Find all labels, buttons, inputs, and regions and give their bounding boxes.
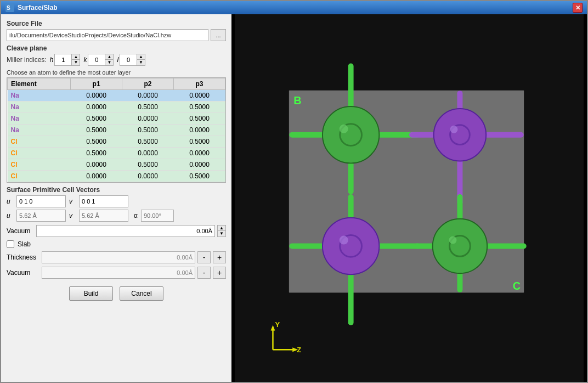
table-row[interactable]: Cl 0.0000 0.5000 0.0000 — [8, 159, 225, 171]
build-button[interactable]: Build — [69, 286, 113, 301]
v-mag-label: v — [69, 212, 76, 219]
scene-view: B C — [231, 14, 587, 382]
cell-p3: 0.5000 — [174, 136, 225, 148]
miller-h-spinners: ▲ ▼ — [71, 54, 80, 65]
main-window: S Surface/Slab ✕ Source File ... Cleave … — [0, 0, 588, 383]
miller-h-group: h ▲ ▼ — [50, 54, 81, 66]
u-mag-input — [16, 210, 66, 222]
table-row[interactable]: Cl 0.5000 0.0000 0.0000 — [8, 148, 225, 159]
vacuum-spinners: ▲ ▼ — [217, 225, 226, 237]
miller-h-down[interactable]: ▼ — [72, 60, 80, 65]
vacuum2-input[interactable] — [42, 267, 195, 279]
cell-p1: 0.5000 — [71, 148, 122, 159]
miller-row: Miller indices: h ▲ ▼ k — [7, 54, 226, 66]
table-row[interactable]: Na 0.0000 0.0000 0.0000 — [8, 90, 225, 102]
svg-point-19 — [434, 109, 486, 161]
col-p1: p1 — [71, 78, 122, 90]
title-bar: S Surface/Slab ✕ — [1, 1, 587, 14]
cell-p2: 0.0000 — [122, 148, 174, 159]
primitive-cell-inputs: u v u v α — [7, 195, 226, 222]
svg-text:Z: Z — [297, 346, 301, 354]
cell-p3: 0.5000 — [174, 102, 225, 113]
table-row[interactable]: Na 0.5000 0.5000 0.0000 — [8, 125, 225, 136]
cell-p3: 0.5000 — [174, 113, 225, 125]
atom-layer-section: Choose an atom to define the most outer … — [7, 69, 226, 183]
button-row: Build Cancel — [7, 286, 226, 301]
u-mag-label: u — [7, 212, 13, 219]
cell-element: Na — [8, 125, 71, 136]
cell-element: Cl — [8, 171, 71, 182]
cell-p2: 0.0000 — [122, 171, 174, 182]
v-mag-input — [79, 210, 128, 222]
table-row[interactable]: Na 0.0000 0.5000 0.5000 — [8, 102, 225, 113]
source-file-row: ... — [7, 29, 226, 41]
miller-l-spinners: ▲ ▼ — [137, 54, 145, 65]
close-button[interactable]: ✕ — [573, 3, 583, 13]
thickness-plus[interactable]: + — [213, 251, 226, 263]
atom-table-container[interactable]: Element p1 p2 p3 Na 0.0000 0.0000 0.0000… — [7, 77, 226, 183]
cell-p1: 0.5000 — [71, 136, 122, 148]
miller-h-input-container: ▲ ▼ — [54, 54, 80, 66]
slab-label: Slab — [18, 240, 31, 248]
cell-element: Cl — [8, 159, 71, 171]
thickness-label: Thickness — [7, 254, 39, 261]
miller-k-group: k ▲ ▼ — [83, 54, 114, 66]
vacuum2-minus[interactable]: - — [197, 267, 211, 279]
thickness-minus[interactable]: - — [197, 251, 211, 263]
svg-point-24 — [340, 236, 348, 245]
primitive-cell-section: Surface Primitive Cell Vectors u v u v α — [7, 186, 226, 222]
miller-l-input[interactable] — [120, 54, 137, 65]
miller-h-input[interactable] — [55, 54, 71, 65]
main-content: Source File ... Cleave plane Miller indi… — [1, 14, 587, 382]
table-row[interactable]: Cl 0.0000 0.0000 0.5000 — [8, 171, 225, 182]
cleave-plane-label: Cleave plane — [7, 44, 226, 52]
cell-p2: 0.5000 — [122, 159, 174, 171]
col-element: Element — [8, 78, 71, 90]
table-row[interactable]: Na 0.5000 0.0000 0.5000 — [8, 113, 225, 125]
source-file-section: Source File ... — [7, 20, 226, 41]
miller-l-down[interactable]: ▼ — [137, 60, 145, 65]
vacuum2-label: Vacuum — [7, 269, 39, 277]
svg-point-22 — [323, 218, 379, 274]
atom-layer-label: Choose an atom to define the most outer … — [7, 69, 226, 76]
svg-text:Y: Y — [275, 320, 280, 329]
alpha-label: α — [134, 212, 138, 219]
thickness-input[interactable] — [42, 251, 195, 263]
thickness-row: Thickness - + — [7, 251, 226, 263]
miller-k-up[interactable]: ▲ — [105, 54, 113, 60]
cancel-button[interactable]: Cancel — [120, 286, 163, 301]
vacuum-down[interactable]: ▼ — [218, 231, 225, 236]
miller-h-up[interactable]: ▲ — [72, 54, 80, 60]
miller-k-input[interactable] — [88, 54, 105, 65]
miller-l-up[interactable]: ▲ — [137, 54, 145, 60]
cell-element: Cl — [8, 136, 71, 148]
svg-point-18 — [340, 125, 348, 133]
cell-p2: 0.0000 — [122, 113, 174, 125]
source-file-input[interactable] — [7, 29, 208, 41]
cell-p3: 0.0000 — [174, 148, 225, 159]
cell-vector-row1: u v — [7, 195, 226, 207]
cell-p1: 0.5000 — [71, 125, 122, 136]
svg-point-16 — [323, 106, 379, 163]
vacuum-up[interactable]: ▲ — [218, 226, 225, 231]
v-vec-input[interactable] — [79, 195, 128, 207]
miller-k-down[interactable]: ▼ — [105, 60, 113, 65]
cell-magnitude-row: u v α — [7, 210, 226, 222]
cell-p3: 0.0000 — [174, 159, 225, 171]
scene-label-c: C — [513, 280, 521, 292]
atom-table: Element p1 p2 p3 Na 0.0000 0.0000 0.0000… — [7, 78, 225, 182]
table-row[interactable]: Cl 0.5000 0.5000 0.5000 — [8, 136, 225, 148]
miller-h-label: h — [50, 56, 54, 64]
svg-point-27 — [449, 236, 457, 244]
cell-element: Na — [8, 113, 71, 125]
vacuum-input[interactable] — [36, 225, 215, 237]
cell-element: Na — [8, 90, 71, 102]
source-file-label: Source File — [7, 20, 226, 27]
vacuum2-plus[interactable]: + — [213, 267, 226, 279]
scene-label-b: B — [293, 94, 301, 106]
miller-k-input-container: ▲ ▼ — [88, 54, 114, 66]
cell-p2: 0.5000 — [122, 102, 174, 113]
slab-checkbox[interactable] — [7, 240, 14, 248]
browse-button[interactable]: ... — [211, 29, 226, 41]
u-vec-input[interactable] — [16, 195, 66, 207]
